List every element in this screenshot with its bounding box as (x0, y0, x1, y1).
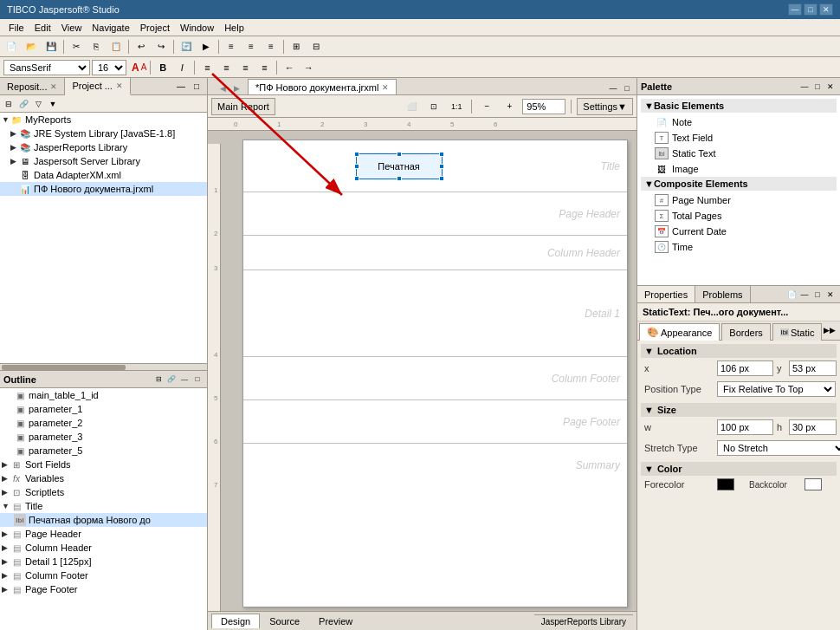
handle-ml[interactable] (354, 164, 359, 169)
menu-file[interactable]: File (3, 22, 29, 34)
outline-page-footer[interactable]: ▶ ▤ Page Footer (0, 582, 207, 596)
canvas-area[interactable]: 0 1 2 3 4 5 6 1 2 3 4 5 6 7 (208, 118, 636, 611)
open-button[interactable]: 📂 (22, 38, 41, 55)
editor-minimize-btn[interactable]: — (607, 82, 619, 94)
handle-br[interactable] (439, 176, 444, 181)
main-report-button[interactable]: Main Report (211, 98, 275, 115)
backcolor-swatch[interactable] (804, 478, 822, 490)
font-name-select[interactable]: SansSerif (3, 60, 90, 75)
outline-column-footer[interactable]: ▶ ▤ Column Footer (0, 568, 207, 582)
palette-maximize-btn[interactable]: □ (811, 81, 824, 93)
refresh-button[interactable]: 🔄 (177, 38, 196, 55)
cut-button[interactable]: ✂ (67, 38, 86, 55)
align-right-button[interactable]: ≡ (262, 38, 281, 55)
handle-bm[interactable] (397, 176, 402, 181)
outline-detail[interactable]: ▶ ▤ Detail 1 [125px] (0, 555, 207, 568)
fit-page-btn[interactable]: ⊡ (424, 98, 443, 115)
palette-image[interactable]: 🖼 Image (641, 161, 837, 177)
outline-scriptlets[interactable]: ▶ ⊡ Scriptlets (0, 485, 207, 499)
props-maximize-btn[interactable]: □ (811, 289, 824, 301)
editor-forward-btn[interactable]: ▶ (230, 82, 242, 94)
align-justify-text-button[interactable]: ≡ (255, 60, 273, 75)
tree-report-file[interactable]: 📊 ПФ Нового документа.jrxml (0, 182, 207, 196)
position-type-select[interactable]: Fix Relative To Top Float Fix Relative T… (717, 381, 836, 397)
zoom-level[interactable]: 95% (522, 99, 565, 114)
palette-minimize-btn[interactable]: — (798, 81, 811, 93)
selected-static-text[interactable]: Печатная (356, 153, 443, 179)
tree-jasperreports-library[interactable]: ▶ 📚 JasperReports Library (0, 140, 207, 154)
outline-param2[interactable]: ▣ parameter_2 (0, 416, 207, 430)
palette-section-composite[interactable]: ▼ Composite Elements (641, 177, 837, 191)
grid-button[interactable]: ⊞ (287, 38, 306, 55)
align-center-button[interactable]: ≡ (242, 38, 261, 55)
fit-width-btn[interactable]: ⬜ (402, 98, 421, 115)
forecolor-swatch[interactable] (717, 478, 734, 490)
x-input[interactable] (717, 360, 773, 376)
palette-page-number[interactable]: # Page Number (641, 192, 837, 208)
outline-static-text[interactable]: lbl Печатная форма Нового до (0, 513, 207, 527)
outline-param1[interactable]: ▣ parameter_1 (0, 402, 207, 416)
copy-button[interactable]: ⎘ (87, 38, 106, 55)
handle-tr[interactable] (439, 152, 444, 157)
props-section-location-header[interactable]: ▼ Location (641, 344, 837, 358)
props-minimize-btn[interactable]: — (798, 289, 811, 301)
fit-actual-btn[interactable]: 1:1 (447, 98, 466, 115)
menu-navigate[interactable]: Navigate (87, 22, 134, 34)
outline-minimize-button[interactable]: — (178, 373, 191, 386)
editor-tab-report[interactable]: *ПФ Нового документа.jrxml ✕ (248, 79, 397, 94)
snap-button[interactable]: ⊟ (307, 38, 326, 55)
minimize-button[interactable]: — (788, 3, 802, 16)
palette-time[interactable]: 🕐 Time (641, 239, 837, 255)
outdent-button[interactable]: → (300, 60, 317, 75)
outline-variables[interactable]: ▶ fx Variables (0, 471, 207, 485)
bold-button[interactable]: B (154, 60, 171, 75)
outline-page-header[interactable]: ▶ ▤ Page Header (0, 527, 207, 541)
handle-bl[interactable] (354, 176, 359, 181)
stretch-type-select[interactable]: No Stretch Relative To Band Height Relat… (717, 440, 840, 456)
outline-param5[interactable]: ▣ parameter_5 (0, 444, 207, 458)
editor-tab-close[interactable]: ✕ (382, 83, 389, 92)
h-input[interactable] (789, 419, 837, 435)
link-editor-button[interactable]: 🔗 (16, 97, 30, 111)
tab-preview[interactable]: Preview (309, 614, 362, 629)
tab-repository-close[interactable]: ✕ (50, 82, 57, 91)
props-close-btn[interactable]: ✕ (824, 289, 837, 301)
tab-repository[interactable]: Reposit... ✕ (0, 78, 65, 94)
menu-project[interactable]: Project (135, 22, 175, 34)
outline-collapse-button[interactable]: ⊟ (152, 373, 165, 386)
props-sub-tab-static[interactable]: lbl Static (772, 323, 823, 341)
w-input[interactable] (717, 419, 773, 435)
editor-maximize-btn[interactable]: □ (621, 82, 633, 94)
align-left-text-button[interactable]: ≡ (198, 60, 216, 75)
palette-total-pages[interactable]: Σ Total Pages (641, 208, 837, 224)
zoom-in-btn[interactable]: + (500, 98, 519, 115)
handle-mr[interactable] (439, 164, 444, 169)
handle-tl[interactable] (354, 152, 359, 157)
align-center-text-button[interactable]: ≡ (217, 60, 235, 75)
outline-sort-fields[interactable]: ▶ ⊞ Sort Fields (0, 458, 207, 471)
props-tab-problems[interactable]: Problems (695, 286, 750, 302)
palette-static-text[interactable]: lbl Static Text (641, 146, 837, 161)
palette-text-field[interactable]: T Text Field (641, 130, 837, 146)
new-button[interactable]: 📄 (2, 38, 21, 55)
tree-my-reports[interactable]: ▼ 📁 MyReports (0, 113, 207, 127)
menu-help[interactable]: Help (219, 22, 249, 34)
redo-button[interactable]: ↪ (152, 38, 171, 55)
palette-close-btn[interactable]: ✕ (824, 81, 837, 93)
tab-source[interactable]: Source (260, 614, 309, 629)
tree-data-adapter[interactable]: 🗄 Data AdapterXM.xml (0, 168, 207, 182)
indent-button[interactable]: ← (281, 60, 298, 75)
zoom-out-btn[interactable]: − (477, 98, 496, 115)
paste-button[interactable]: 📋 (107, 38, 126, 55)
save-button[interactable]: 💾 (42, 38, 61, 55)
maximize-view-button[interactable]: □ (190, 80, 204, 94)
build-button[interactable]: ▶ (197, 38, 216, 55)
y-input[interactable] (789, 360, 837, 376)
outline-title[interactable]: ▼ ▤ Title (0, 499, 207, 513)
filter-button[interactable]: ▽ (31, 97, 45, 111)
undo-button[interactable]: ↩ (132, 38, 151, 55)
align-left-button[interactable]: ≡ (222, 38, 241, 55)
props-sub-tab-borders[interactable]: Borders (721, 323, 771, 341)
align-right-text-button[interactable]: ≡ (236, 60, 254, 75)
props-new-btn[interactable]: 📄 (785, 289, 798, 301)
